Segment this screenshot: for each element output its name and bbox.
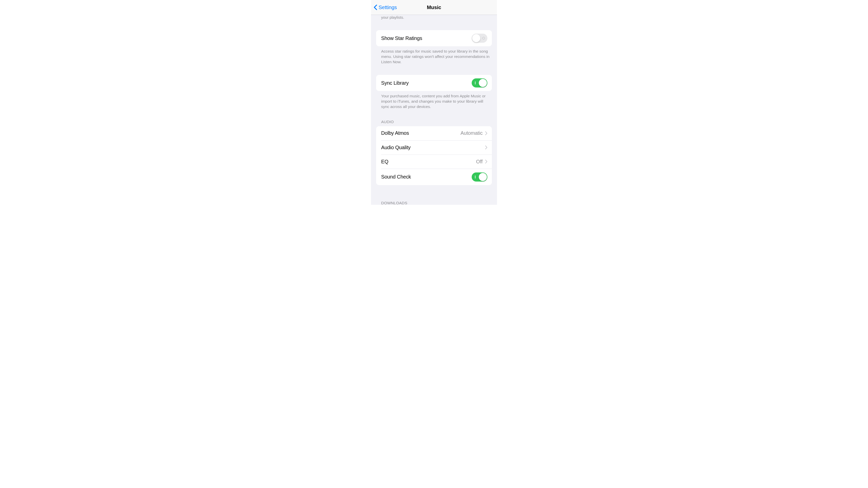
star-ratings-card: Show Star Ratings	[376, 30, 492, 46]
back-button[interactable]: Settings	[374, 5, 397, 10]
row-right: Off	[476, 159, 487, 165]
scroll-content[interactable]: your playlists. Show Star Ratings Access…	[371, 15, 497, 205]
chevron-right-icon	[485, 145, 487, 150]
sound-check-label: Sound Check	[381, 174, 411, 180]
navigation-bar: Settings Music	[371, 0, 497, 15]
audio-quality-label: Audio Quality	[381, 144, 410, 151]
dolby-atmos-row[interactable]: Dolby Atmos Automatic	[376, 126, 492, 140]
eq-label: EQ	[381, 159, 389, 165]
show-star-ratings-row: Show Star Ratings	[376, 30, 492, 46]
sync-library-toggle[interactable]	[472, 78, 487, 88]
audio-quality-row[interactable]: Audio Quality	[381, 140, 492, 155]
row-right	[483, 145, 487, 150]
eq-value: Off	[476, 159, 483, 165]
previous-section-footer-partial: your playlists.	[371, 15, 497, 20]
audio-card: Dolby Atmos Automatic Audio Quality	[376, 126, 492, 185]
star-ratings-group: Show Star Ratings Access star ratings fo…	[371, 30, 497, 65]
chevron-right-icon	[485, 131, 487, 135]
sync-library-row: Sync Library	[376, 75, 492, 91]
star-ratings-footer: Access star ratings for music saved to y…	[371, 46, 497, 65]
sync-library-footer: Your purchased music, content you add fr…	[371, 91, 497, 109]
downloads-group: Downloads Downloaded Music 3 GB	[371, 201, 497, 205]
sync-library-group: Sync Library Your purchased music, conte…	[371, 75, 497, 109]
dolby-atmos-value: Automatic	[461, 130, 483, 136]
sync-library-label: Sync Library	[381, 80, 409, 86]
toggle-knob	[479, 79, 487, 87]
row-right: Automatic	[461, 130, 487, 136]
sync-library-card: Sync Library	[376, 75, 492, 91]
music-settings-screen: Settings Music your playlists. Show Star…	[371, 0, 497, 205]
eq-row[interactable]: EQ Off	[381, 155, 492, 169]
toggle-knob	[479, 173, 487, 181]
audio-group: Audio Dolby Atmos Automatic Audio Qualit…	[371, 120, 497, 185]
audio-header: Audio	[371, 120, 497, 126]
dolby-atmos-label: Dolby Atmos	[381, 130, 409, 136]
show-star-ratings-label: Show Star Ratings	[381, 35, 422, 41]
sound-check-row: Sound Check	[381, 169, 492, 185]
page-title: Music	[427, 5, 441, 10]
sound-check-toggle[interactable]	[472, 172, 487, 182]
chevron-right-icon	[485, 160, 487, 164]
show-star-ratings-toggle[interactable]	[472, 34, 487, 43]
back-label: Settings	[379, 5, 397, 10]
chevron-left-icon	[374, 5, 377, 10]
toggle-knob	[472, 34, 480, 42]
downloads-header: Downloads	[371, 201, 497, 205]
